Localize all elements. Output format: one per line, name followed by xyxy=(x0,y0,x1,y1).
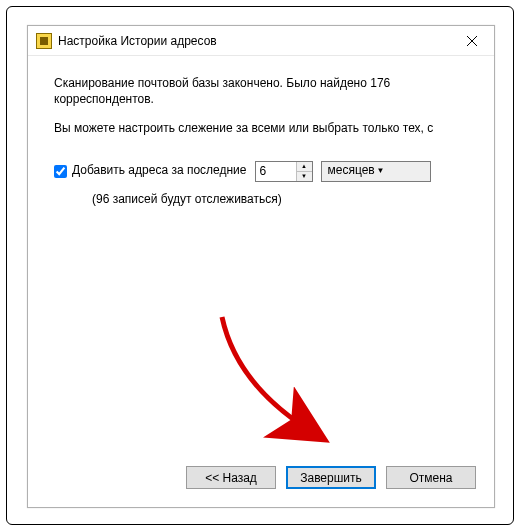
add-addresses-checkbox[interactable]: Добавить адреса за последние xyxy=(54,163,247,179)
spinner-buttons: ▲ ▼ xyxy=(296,162,312,181)
scan-result-text: Сканирование почтовой базы закончено. Бы… xyxy=(54,76,468,107)
period-unit-value: месяцев xyxy=(328,163,377,179)
content-area: Сканирование почтовой базы закончено. Бы… xyxy=(28,56,494,207)
spinner-down[interactable]: ▼ xyxy=(297,172,312,181)
period-unit-select[interactable]: месяцев ▼ xyxy=(321,161,431,182)
period-row: Добавить адреса за последние ▲ ▼ месяцев… xyxy=(54,161,468,182)
dialog-window: Настройка Истории адресов Сканирование п… xyxy=(27,25,495,508)
cancel-button[interactable]: Отмена xyxy=(386,466,476,489)
titlebar: Настройка Истории адресов xyxy=(28,26,494,56)
close-button[interactable] xyxy=(450,26,494,56)
period-spinner[interactable]: ▲ ▼ xyxy=(255,161,313,182)
spinner-up[interactable]: ▲ xyxy=(297,162,312,172)
back-button[interactable]: << Назад xyxy=(186,466,276,489)
add-addresses-label: Добавить адреса за последние xyxy=(72,163,247,179)
add-addresses-checkbox-input[interactable] xyxy=(54,165,67,178)
window-title: Настройка Истории адресов xyxy=(58,34,450,48)
finish-button[interactable]: Завершить xyxy=(286,466,376,489)
app-icon xyxy=(36,33,52,49)
instruction-text: Вы можете настроить слежение за всеми ил… xyxy=(54,121,468,137)
chevron-down-icon: ▼ xyxy=(377,166,426,176)
period-input[interactable] xyxy=(256,162,296,181)
button-row: << Назад Завершить Отмена xyxy=(186,466,476,489)
close-icon xyxy=(467,36,477,46)
outer-frame: Настройка Истории адресов Сканирование п… xyxy=(6,6,514,525)
tracking-note: (96 записей будут отслеживаться) xyxy=(54,182,468,208)
